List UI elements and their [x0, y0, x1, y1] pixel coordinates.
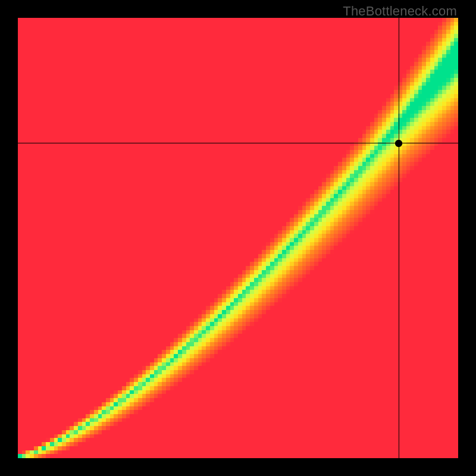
- bottleneck-heatmap: [18, 18, 458, 458]
- watermark-text: TheBottleneck.com: [343, 4, 457, 19]
- chart-frame: TheBottleneck.com: [0, 0, 476, 476]
- plot-area: [18, 18, 458, 458]
